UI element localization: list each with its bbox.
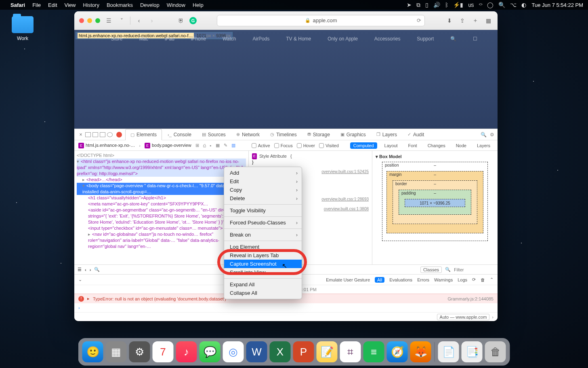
dock-messages[interactable]: 💬 [200,341,220,362]
menu-develop[interactable]: Develop [140,2,160,8]
new-tab-button[interactable]: ＋ [471,16,480,25]
filter-all[interactable]: All [375,277,384,283]
tab-layers[interactable]: ❐Layers [372,129,402,140]
ctx-scroll-into-view[interactable]: Scroll into View [224,268,302,277]
window-minimize-button[interactable] [87,18,92,23]
error-indicator-icon[interactable] [116,132,122,137]
dock-finder[interactable]: 🙂 [82,341,103,362]
nav-ipad[interactable]: iPad [165,36,174,42]
tab-audit[interactable]: ✓Audit [403,129,429,140]
forward-button[interactable]: › [147,16,156,25]
sidebar-toggle-icon[interactable]: ☰ [104,16,113,25]
tab-graphics[interactable]: ▣Graphics [336,129,371,140]
nav-only[interactable]: Only on Apple [328,36,358,42]
dock-right-icon[interactable] [100,132,105,137]
nav-airpods[interactable]: AirPods [252,36,269,42]
dock-excel[interactable]: X [270,341,291,362]
device-icon[interactable]: ▯ [425,2,428,8]
menu-view[interactable]: View [65,2,76,8]
format-icon[interactable]: ⊞ [195,143,199,148]
menu-history[interactable]: History [83,2,99,8]
bluetooth-icon[interactable]: ᛒ [445,2,448,8]
url-bar[interactable]: 🔒 apple.com ⟳ [217,15,425,26]
battery-icon[interactable]: ⚡▮ [453,2,463,8]
menu-window[interactable]: Window [167,2,185,8]
console-prompt[interactable]: › [74,303,498,312]
pseudo-focus[interactable]: Focus [274,143,293,148]
control-center-icon[interactable]: ⌥ [510,2,517,8]
tab-timelines[interactable]: ◷Timelines [265,129,302,140]
dock-document[interactable]: 📄 [438,341,459,362]
grid-icon[interactable]: ▦ [216,143,220,148]
back-button[interactable]: ‹ [134,16,143,25]
dock-music[interactable]: ♪ [176,341,197,362]
filter-errors[interactable]: Errors [417,277,429,282]
dock-firefox[interactable]: 🦊 [410,341,431,362]
nav-next-icon[interactable]: › [90,267,91,272]
collapse-up-icon[interactable]: ⌃ [490,277,494,282]
tab-network[interactable]: ⊕Network [231,129,265,140]
nav-watch[interactable]: Watch [223,36,236,42]
dock-word[interactable]: W [246,341,267,362]
styletab-changes[interactable]: Changes [424,142,449,149]
ctx-expand-all[interactable]: Expand All [224,280,302,289]
menu-edit[interactable]: Edit [48,2,57,8]
nav-support[interactable]: Support [417,36,434,42]
styletab-computed[interactable]: Computed [350,142,377,149]
dock-notes[interactable]: 📝 [317,341,338,362]
inspector-close-icon[interactable]: × [78,132,84,137]
ctx-break-on[interactable]: Break on [224,231,302,239]
tab-elements[interactable]: ▢Elements [125,129,162,140]
filter-evaluations[interactable]: Evaluations [389,277,412,282]
paint-icon[interactable]: ✎ [224,143,227,148]
privacy-shield-icon[interactable]: ⛨ [176,16,185,25]
user-icon[interactable]: ◯ [487,2,494,8]
nav-search-icon[interactable]: 🔍 [450,36,456,42]
console-toggle-icon[interactable]: ⌄ [78,277,82,282]
window-zoom-button[interactable] [95,18,100,23]
ctx-capture-screenshot[interactable]: Capture Screenshot [224,260,302,268]
nav-tv[interactable]: TV & Home [286,36,311,42]
ctx-add[interactable]: Add [224,169,302,177]
dock-safari[interactable]: 🧭 [387,341,408,362]
wifi-icon[interactable]: ⌔ [479,2,482,8]
nav-prev-icon[interactable]: ‹ [85,267,86,272]
ruler-icon[interactable]: ▥ [231,143,235,148]
dock-bottom-icon[interactable] [92,132,98,137]
emulate-gesture-label[interactable]: Emulate User Gesture [326,277,370,282]
spotlight-icon[interactable]: 🔍 [498,2,505,8]
filter-logs[interactable]: Logs [458,277,467,282]
dock-slack[interactable]: ⌗ [340,341,361,362]
grammarly-icon[interactable]: G [189,17,197,24]
breadcrumb-body[interactable]: Ebody.page-overview [145,143,191,148]
download-icon[interactable]: ⬇ [445,16,454,25]
desktop-folder-work[interactable]: Work [10,16,36,41]
dark-icon[interactable]: ▪ [210,143,212,148]
dock-document2[interactable]: 📑 [462,341,483,362]
gear-icon[interactable]: ⚙ [490,132,494,137]
styletab-node[interactable]: Node [453,142,470,149]
chevron-down-icon[interactable]: ˅ [117,16,126,25]
collapse-icon[interactable]: ☰ [78,267,82,272]
ctx-copy[interactable]: Copy [224,186,302,194]
menu-bookmarks[interactable]: Bookmarks [107,2,133,8]
reload-icon[interactable]: ⟳ [417,17,421,23]
tab-storage[interactable]: ⛃Storage [302,129,335,140]
dock-chrome[interactable]: ◎ [223,341,244,362]
tab-console[interactable]: ›_Console [163,129,196,140]
dock-powerpoint[interactable]: P [293,341,314,362]
trash-icon[interactable]: 🗑 [481,277,485,282]
dock-detach-icon[interactable] [107,132,113,137]
tab-sources[interactable]: ▤Sources [197,129,231,140]
nav-mac[interactable]: Mac [139,36,148,42]
menubar-clock[interactable]: Tue Jun 7 5:54:22 PM [532,2,583,8]
ctx-delete[interactable]: Delete [224,194,302,203]
dropbox-icon[interactable]: ⧉ [416,2,420,8]
search-icon[interactable]: 🔍 [94,267,100,272]
input-icon[interactable]: ᴜs [468,2,474,8]
tab-overview-icon[interactable]: ▦ [484,16,493,25]
volume-icon[interactable]: 🔊 [433,2,440,8]
dock-spotify[interactable]: ≡ [363,341,384,362]
classes-button[interactable]: Classes [420,266,442,273]
menubar-app[interactable]: Safari [10,2,25,8]
